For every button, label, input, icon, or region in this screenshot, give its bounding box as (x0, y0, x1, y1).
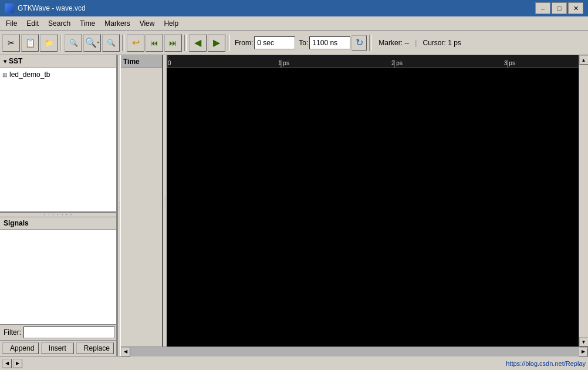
menu-markers[interactable]: Markers (100, 18, 134, 29)
scroll-right-button[interactable]: ▶ (579, 347, 588, 356)
scroll-down-button[interactable]: ▼ (579, 337, 589, 347)
undo-button[interactable]: ↩ (127, 34, 144, 52)
sst-resize-handle[interactable]: · · · · · · · (0, 213, 116, 217)
menu-time[interactable]: Time (75, 18, 100, 29)
scroll-left-button[interactable]: ◀ (121, 347, 130, 356)
signals-col-header: Time (121, 55, 162, 68)
to-label: To: (299, 39, 308, 47)
copy-button[interactable]: 📋 (21, 34, 39, 52)
sst-collapse-icon[interactable]: ▾ (4, 58, 6, 65)
signals-header: Signals (0, 217, 116, 230)
filter-input[interactable] (23, 327, 115, 338)
marker-status: Marker: -- (379, 39, 409, 47)
status-left: ◀ ▶ (2, 359, 22, 368)
toolbar-sep-5 (369, 35, 371, 51)
toolbar-sep-2 (122, 35, 124, 51)
toolbar-sep-4 (228, 35, 230, 51)
title-bar: GTKWave - wave.vcd – □ ✕ (0, 0, 588, 16)
menu-file[interactable]: File (1, 18, 22, 29)
status-url: https://blog.csdn.net/Replay (506, 360, 586, 367)
title-bar-controls: – □ ✕ (535, 2, 583, 14)
status-scroll-right[interactable]: ▶ (13, 359, 22, 368)
signals-section: Signals Filter: Append Insert Replace (0, 217, 116, 356)
waves-content: Time ····· 0 1 ps 2 ps 3 ps (121, 55, 588, 347)
to-input[interactable] (309, 36, 350, 49)
append-button[interactable]: Append (2, 342, 39, 354)
app-icon (5, 4, 14, 13)
resize-dots-2: ····· (164, 197, 165, 206)
cursor-status: Cursor: 1 ps (423, 39, 461, 47)
menu-help[interactable]: Help (159, 18, 183, 29)
minimize-button[interactable]: – (535, 2, 550, 14)
signals-column: Time (121, 55, 163, 347)
toolbar: ✂ 📋 📁 🔍 🔍+ 🔍 ↩ ⏮ ⏭ ◀ ▶ From: To: ↻ Marke… (0, 31, 588, 55)
replace-button[interactable]: Replace (76, 342, 114, 354)
nav-prev-button[interactable]: ◀ (189, 34, 207, 52)
paste-button[interactable]: 📁 (40, 34, 58, 52)
zoom-in-button[interactable]: 🔍+ (83, 34, 101, 52)
insert-button[interactable]: Insert (41, 342, 74, 354)
wave-ruler: 0 1 ps 2 ps 3 ps (167, 55, 579, 68)
time-col-label: Time (123, 58, 140, 66)
sst-title: SST (9, 57, 22, 65)
window-title: GTKWave - wave.vcd (18, 4, 86, 12)
wave-display[interactable] (167, 68, 579, 347)
vert-resize-dots: ····· (119, 201, 120, 210)
maximize-button[interactable]: □ (552, 2, 567, 14)
toolbar-sep-1 (60, 35, 62, 51)
nav-end-button[interactable]: ⏭ (164, 34, 182, 52)
from-input[interactable] (254, 36, 295, 49)
menu-search[interactable]: Search (43, 18, 75, 29)
main-area: ▾ SST ⊞ led_demo_tb · · · · · · · Signal… (0, 55, 588, 356)
cut-button[interactable]: ✂ (2, 34, 20, 52)
scroll-track-h[interactable] (130, 347, 579, 356)
nav-next-button[interactable]: ▶ (208, 34, 225, 52)
filter-bar: Filter: (0, 324, 116, 340)
status-scroll-left[interactable]: ◀ (2, 359, 12, 368)
horizontal-scrollbar: ◀ ▶ (121, 347, 588, 356)
filter-label: Filter: (4, 328, 21, 337)
from-label: From: (235, 39, 253, 47)
sst-tree-item-led-demo-tb[interactable]: ⊞ led_demo_tb (2, 70, 114, 79)
menu-edit[interactable]: Edit (22, 18, 43, 29)
status-bar: ◀ ▶ https://blog.csdn.net/Replay (0, 356, 588, 370)
sst-tree: ⊞ led_demo_tb (0, 68, 116, 213)
nav-begin-button[interactable]: ⏮ (146, 34, 163, 52)
zoom-fit-button[interactable]: 🔍 (65, 34, 82, 52)
signals-list (0, 230, 116, 325)
scroll-up-button[interactable]: ▲ (579, 55, 589, 65)
toolbar-sep-3 (184, 35, 187, 51)
zoom-out-button[interactable]: 🔍 (102, 34, 120, 52)
ruler-ticks (167, 55, 579, 68)
sst-panel: ▾ SST ⊞ led_demo_tb · · · · · · · Signal… (0, 55, 117, 356)
close-button[interactable]: ✕ (568, 2, 583, 14)
sst-header: ▾ SST (0, 55, 116, 68)
tree-expand-icon: ⊞ (2, 72, 7, 78)
waves-column: 0 1 ps 2 ps 3 ps (167, 55, 579, 347)
waves-area: Time ····· 0 1 ps 2 ps 3 ps (121, 55, 588, 356)
menu-bar: File Edit Search Time Markers View Help (0, 16, 588, 31)
signals-title: Signals (4, 219, 29, 227)
reload-button[interactable]: ↻ (352, 35, 367, 51)
title-bar-title: GTKWave - wave.vcd (5, 4, 86, 13)
vertical-scrollbar: ▲ ▼ (579, 55, 588, 347)
separator-pipe: | (415, 39, 417, 47)
sst-tree-item-label: led_demo_tb (9, 70, 50, 79)
menu-view[interactable]: View (135, 18, 160, 29)
action-bar: Append Insert Replace (0, 340, 116, 356)
